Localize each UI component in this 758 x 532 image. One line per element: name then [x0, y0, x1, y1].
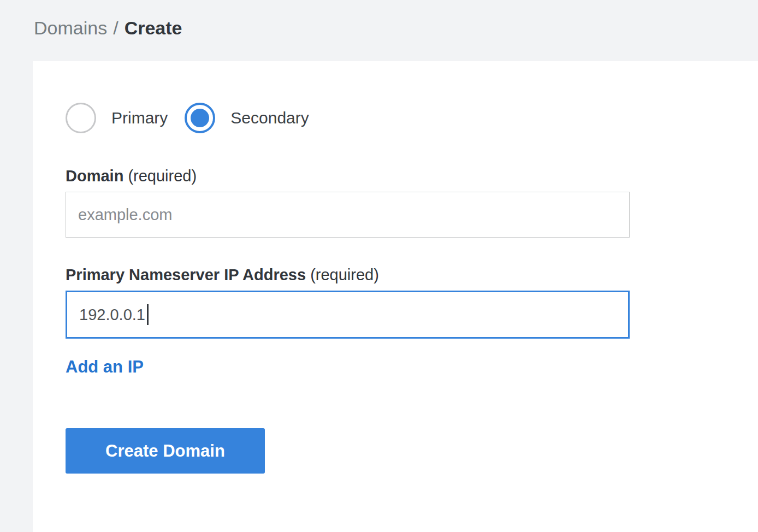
breadcrumb-current-page: Create — [125, 17, 182, 39]
breadcrumb: Domains / Create — [0, 0, 758, 61]
domain-type-radio-group: Primary Secondary — [66, 103, 725, 133]
breadcrumb-domains-link[interactable]: Domains — [34, 17, 107, 39]
radio-label-secondary: Secondary — [230, 109, 309, 127]
ip-label-text: Primary Nameserver IP Address — [66, 266, 306, 283]
add-ip-link[interactable]: Add an IP — [66, 357, 144, 377]
create-domain-button[interactable]: Create Domain — [66, 428, 265, 474]
domain-label-text: Domain — [66, 167, 123, 185]
radio-option-primary[interactable]: Primary — [66, 103, 168, 133]
ip-required-note: (required) — [310, 266, 379, 283]
ip-field-group: Primary Nameserver IP Address (required)… — [66, 266, 725, 339]
radio-selected-icon[interactable] — [185, 103, 215, 133]
radio-option-secondary[interactable]: Secondary — [185, 103, 309, 133]
domain-field-group: Domain (required) — [66, 167, 725, 238]
ip-field-label: Primary Nameserver IP Address (required) — [66, 266, 725, 284]
radio-dot — [191, 109, 209, 127]
primary-nameserver-ip-input[interactable]: 192.0.0.1 — [66, 291, 630, 339]
radio-label-primary: Primary — [111, 109, 168, 127]
domain-field-label: Domain (required) — [66, 167, 725, 185]
text-cursor — [147, 304, 149, 325]
domain-required-note: (required) — [128, 167, 197, 185]
domain-input[interactable] — [66, 192, 630, 238]
breadcrumb-separator: / — [113, 17, 118, 39]
radio-unselected-icon[interactable] — [66, 103, 96, 133]
ip-input-value: 192.0.0.1 — [79, 306, 145, 324]
create-domain-panel: Primary Secondary Domain (required) Prim… — [33, 61, 758, 532]
